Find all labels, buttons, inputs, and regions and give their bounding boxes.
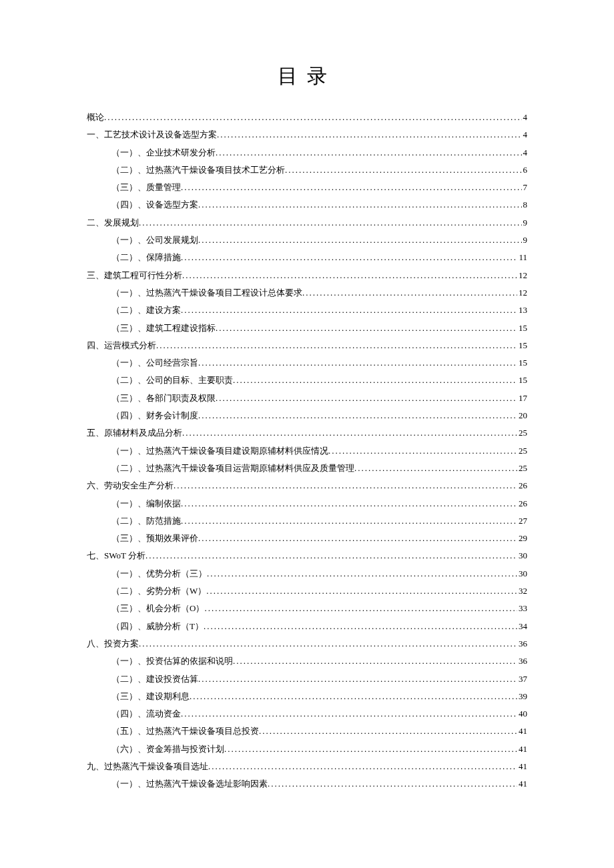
toc-leader-dots — [198, 532, 517, 546]
toc-entry-label: 七、SWoT 分析 — [87, 549, 145, 563]
toc-entry-page: 41 — [517, 777, 527, 791]
toc-entry-label: （二）、过热蒸汽干燥设备项目技术工艺分析 — [111, 163, 285, 177]
toc-entry-page: 15 — [517, 374, 527, 388]
toc-entry-label: （二）、建设投资估算 — [111, 673, 198, 687]
toc-leader-dots — [198, 356, 517, 370]
toc-leader-dots — [156, 339, 517, 353]
toc-entry-page: 32 — [517, 584, 527, 598]
toc-entry-label: 九、过热蒸汽干燥设备项目选址 — [87, 760, 208, 774]
toc-entry-page: 33 — [517, 602, 527, 616]
toc-leader-dots — [181, 181, 522, 195]
toc-entry-label: （二）、公司的目标、主要职责 — [111, 374, 233, 388]
toc-entry: 八、投资方案36 — [87, 637, 527, 651]
toc-leader-dots — [198, 673, 517, 687]
toc-entry-label: （四）、财务会计制度 — [111, 409, 198, 423]
toc-entry-page: 27 — [517, 514, 527, 528]
toc-leader-dots — [204, 602, 517, 616]
toc-leader-dots — [139, 216, 522, 230]
toc-entry-label: （三）、建设期利息 — [111, 690, 190, 704]
toc-entry-label: （四）、设备选型方案 — [111, 198, 198, 212]
toc-entry-label: （二）、劣势分析（W） — [111, 584, 206, 598]
toc-entry: 五、原辅材料及成品分析25 — [87, 426, 527, 440]
toc-entry: （六）、资金筹措与投资计划41 — [87, 743, 527, 757]
toc-entry: （一）、过热蒸汽干燥设备项目建设期原辅材料供应情况25 — [87, 444, 527, 458]
toc-entry-page: 36 — [517, 637, 527, 651]
toc-entry-page: 29 — [517, 532, 527, 546]
toc-entry-page: 15 — [517, 356, 527, 370]
toc-leader-dots — [182, 426, 517, 440]
toc-leader-dots — [259, 725, 517, 739]
toc-entry-page: 13 — [517, 304, 527, 318]
toc-entry-label: （六）、资金筹措与投资计划 — [111, 743, 224, 757]
toc-entry: （二）、保障措施11 — [87, 251, 527, 265]
toc-entry-page: 30 — [517, 549, 527, 563]
toc-entry-label: （二）、建设方案 — [111, 304, 181, 318]
toc-entry-page: 4 — [522, 111, 528, 125]
toc-entry-page: 41 — [517, 725, 527, 739]
toc-entry: 一、工艺技术设计及设备选型方案4 — [87, 128, 527, 142]
toc-entry: （一）、编制依据26 — [87, 497, 527, 511]
toc-leader-dots — [204, 620, 517, 634]
toc-entry: 九、过热蒸汽干燥设备项目选址41 — [87, 760, 527, 774]
toc-entry: （一）、优势分析（三）30 — [87, 567, 527, 581]
toc-entry: （三）、质量管理7 — [87, 181, 527, 195]
toc-entry: 六、劳动安全生产分析26 — [87, 479, 527, 493]
toc-entry: （一）、过热蒸汽干燥设备项目工程设计总体要求12 — [87, 286, 527, 300]
toc-entry: 概论4 — [87, 111, 527, 125]
toc-entry: （二）、建设投资估算37 — [87, 673, 527, 687]
toc-entry-label: （一）、公司经营宗旨 — [111, 356, 198, 370]
toc-entry-page: 36 — [517, 655, 527, 669]
toc-entry-label: （四）、威胁分析（T） — [111, 620, 204, 634]
toc-entry-label: 三、建筑工程可行性分析 — [87, 269, 182, 283]
toc-entry-label: （一）、企业技术研发分析 — [111, 146, 216, 160]
toc-entry-page: 25 — [517, 426, 527, 440]
toc-entry-label: （一）、编制依据 — [111, 497, 181, 511]
toc-entry-page: 39 — [517, 690, 527, 704]
toc-entry: （三）、预期效果评价29 — [87, 532, 527, 546]
page-title: 目录 — [87, 60, 527, 92]
toc-entry: 七、SWoT 分析30 — [87, 549, 527, 563]
toc-leader-dots — [174, 479, 517, 493]
toc-entry-label: （一）、过热蒸汽干燥设备项目建设期原辅材料供应情况 — [111, 444, 328, 458]
toc-leader-dots — [224, 743, 517, 757]
toc-entry-page: 9 — [522, 234, 528, 248]
toc-entry: （四）、设备选型方案8 — [87, 198, 527, 212]
toc-entry: （一）、过热蒸汽干燥设备选址影响因素41 — [87, 777, 527, 791]
toc-entry-page: 15 — [517, 339, 527, 353]
toc-leader-dots — [302, 286, 517, 300]
toc-entry: （四）、威胁分析（T）34 — [87, 620, 527, 634]
toc-entry-page: 34 — [517, 620, 527, 634]
toc-entry-page: 20 — [517, 409, 527, 423]
toc-entry-page: 4 — [522, 146, 528, 160]
toc-entry: （四）、流动资金40 — [87, 707, 527, 721]
toc-leader-dots — [217, 128, 522, 142]
toc-entry-page: 25 — [517, 462, 527, 476]
toc-entry: （五）、过热蒸汽干燥设备项目总投资41 — [87, 725, 527, 739]
toc-leader-dots — [190, 690, 517, 704]
toc-entry-label: 四、运营模式分析 — [87, 339, 156, 353]
toc-entry: 三、建筑工程可行性分析12 — [87, 269, 527, 283]
toc-entry-page: 25 — [517, 444, 527, 458]
toc-entry-label: （四）、流动资金 — [111, 707, 181, 721]
toc-entry-page: 40 — [517, 707, 527, 721]
toc-entry-label: 六、劳动安全生产分析 — [87, 479, 174, 493]
toc-leader-dots — [145, 549, 517, 563]
toc-leader-dots — [181, 304, 517, 318]
toc-leader-dots — [181, 497, 517, 511]
toc-entry-label: （一）、公司发展规划 — [111, 234, 198, 248]
toc-entry-label: （一）、过热蒸汽干燥设备项目工程设计总体要求 — [111, 286, 302, 300]
toc-leader-dots — [198, 198, 522, 212]
toc-entry: 四、运营模式分析15 — [87, 339, 527, 353]
toc-entry-page: 8 — [522, 198, 528, 212]
toc-leader-dots — [198, 409, 517, 423]
toc-leader-dots — [233, 655, 517, 669]
toc-entry: （二）、过热蒸汽干燥设备项目技术工艺分析6 — [87, 163, 527, 177]
toc-entry-label: （一）、投资估算的依据和说明 — [111, 655, 233, 669]
toc-entry: （一）、企业技术研发分析4 — [87, 146, 527, 160]
toc-leader-dots — [181, 514, 517, 528]
toc-entry: （三）、建设期利息39 — [87, 690, 527, 704]
toc-leader-dots — [104, 111, 522, 125]
toc-entry-label: （三）、机会分析（O） — [111, 602, 204, 616]
toc-entry-page: 41 — [517, 760, 527, 774]
toc-entry-label: 概论 — [87, 111, 104, 125]
